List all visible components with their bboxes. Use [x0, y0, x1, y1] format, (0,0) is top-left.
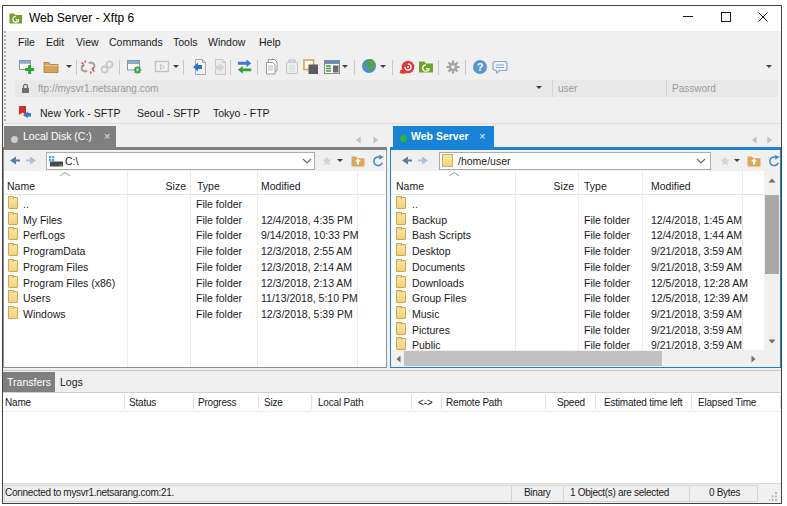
svg-text:?: ?	[477, 61, 484, 73]
